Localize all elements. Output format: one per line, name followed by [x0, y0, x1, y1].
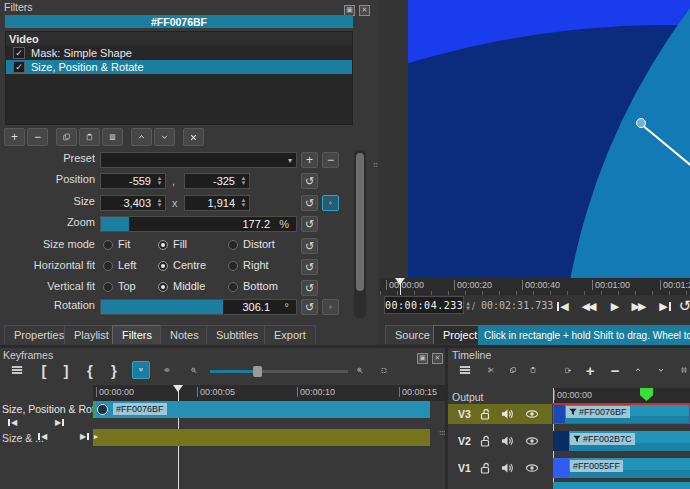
rotation-handle-dot[interactable] [636, 118, 646, 128]
radio-fit[interactable]: Fit [103, 238, 130, 250]
spinner-arrows-icon[interactable]: ▲▼ [466, 300, 470, 310]
eye-icon[interactable] [525, 435, 539, 447]
timeline-clip-v3[interactable]: #FF0076BF [553, 404, 690, 424]
set-second-keyframe-button[interactable]: } [106, 361, 122, 379]
loop-button[interactable]: ↺ [674, 296, 690, 316]
radio-fill[interactable]: Fill [158, 238, 187, 250]
set-first-keyframe-button[interactable]: { [82, 361, 98, 379]
filter-trim-start-handle[interactable] [93, 401, 96, 418]
tab-filters[interactable]: Filters [112, 325, 162, 344]
add-track-button[interactable]: + [580, 361, 600, 379]
save-preset-button[interactable]: + [301, 152, 318, 168]
zoom-out-button[interactable] [184, 361, 204, 379]
timeline-clip-v1[interactable]: #FF0055FF [553, 458, 690, 478]
rewind-button[interactable]: ◀◀ [577, 296, 599, 316]
lock-open-icon[interactable] [480, 462, 491, 474]
keyframes-track1-clip[interactable]: #FF0076BF [93, 401, 430, 418]
move-track-down-button[interactable] [651, 361, 671, 379]
slider-thumb[interactable] [253, 366, 262, 377]
size-width-field[interactable]: 3,403▲▼ [100, 195, 166, 211]
spinner-arrows-icon[interactable]: ▲▼ [154, 198, 165, 208]
position-x-field[interactable]: -559▲▼ [100, 173, 166, 189]
tab-notes[interactable]: Notes [160, 325, 209, 344]
lock-open-icon[interactable] [480, 435, 491, 447]
fast-forward-button[interactable]: ▶▶ [627, 296, 649, 316]
tab-playlist[interactable]: Playlist [64, 325, 119, 344]
set-filter-end-button[interactable]: ] [58, 361, 74, 379]
track2-keyframes-button[interactable] [52, 430, 66, 444]
set-filter-start-button[interactable]: [ [36, 361, 52, 379]
zoom-slider[interactable]: 177.2 % [100, 216, 297, 232]
spinner-arrows-icon[interactable]: ▲▼ [154, 176, 165, 186]
keyframes-zoom-slider[interactable] [210, 370, 348, 373]
reset-horizontal-fit-button[interactable]: ↺ [301, 259, 318, 275]
spinner-arrows-icon[interactable]: ▲▼ [238, 198, 249, 208]
track-header-v1[interactable]: V1 [448, 458, 552, 478]
spinner-arrows-icon[interactable]: ▲▼ [238, 176, 249, 186]
reset-vertical-fit-button[interactable]: ↺ [301, 280, 318, 296]
next-keyframe-button[interactable]: ▶ [80, 432, 89, 441]
rotation-keyframes-button[interactable] [322, 299, 339, 315]
keyframes-ruler[interactable]: 00:00:00 00:00:05 00:00:10 00:00:15 [93, 385, 445, 401]
speaker-icon[interactable] [501, 435, 514, 447]
zoom-fit-button[interactable] [374, 361, 394, 379]
reset-position-button[interactable]: ↺ [301, 173, 318, 189]
timeline-ruler[interactable]: 00:00:00 [553, 388, 690, 403]
video-preview[interactable] [408, 0, 690, 278]
keyframe-marker-icon[interactable]: ▸ [94, 432, 98, 441]
radio-bottom[interactable]: Bottom [228, 280, 278, 292]
delete-preset-button[interactable]: − [322, 152, 339, 168]
prev-keyframe-button[interactable]: ◀ [8, 418, 17, 427]
radio-right[interactable]: Right [228, 259, 269, 271]
clip-fade-segment[interactable] [553, 458, 569, 478]
timeline-playhead-grabber[interactable] [640, 388, 653, 401]
skip-to-start-button[interactable]: ◀ [552, 296, 574, 316]
timeline-clip-v2[interactable]: #FF002B7C [553, 431, 690, 451]
scrollbar-thumb[interactable] [356, 153, 364, 291]
cut-button[interactable] [481, 361, 501, 379]
play-button[interactable]: ▶ [604, 296, 626, 316]
reset-size-mode-button[interactable]: ↺ [301, 238, 318, 254]
tab-source[interactable]: Source [385, 325, 440, 344]
clip-fade-segment[interactable] [553, 431, 569, 451]
skip-to-end-button[interactable]: ▶ [654, 296, 676, 316]
snap-toggle-button[interactable] [132, 361, 150, 379]
size-keyframes-button[interactable] [322, 195, 339, 211]
track-header-v2[interactable]: V2 [448, 431, 552, 451]
radio-left[interactable]: Left [103, 259, 136, 271]
radio-middle[interactable]: Middle [158, 280, 205, 292]
reset-size-button[interactable]: ↺ [301, 195, 318, 211]
radio-top[interactable]: Top [103, 280, 136, 292]
position-y-field[interactable]: -325▲▼ [184, 173, 250, 189]
split-button[interactable] [674, 361, 690, 379]
reset-rotation-button[interactable]: ↺ [301, 299, 318, 315]
paste-button[interactable] [523, 361, 543, 379]
prev-keyframe-button[interactable]: ◀ [38, 432, 47, 441]
copy-button[interactable] [503, 361, 523, 379]
track-header-v3[interactable]: V3 [448, 404, 552, 424]
timeline-menu-button[interactable] [452, 361, 478, 379]
speaker-icon[interactable] [501, 408, 514, 420]
current-time-field[interactable]: 00:00:04.233▲▼ [384, 296, 464, 314]
tab-export[interactable]: Export [264, 325, 316, 344]
delete-keyframe-button[interactable] [66, 430, 80, 444]
eye-icon[interactable] [525, 408, 539, 420]
size-height-field[interactable]: 1,914▲▼ [184, 195, 250, 211]
radio-distort[interactable]: Distort [228, 238, 275, 250]
rotation-slider[interactable]: 306.1 ° [100, 299, 297, 315]
filters-scrollbar[interactable] [354, 150, 366, 318]
eye-icon[interactable] [525, 462, 539, 474]
lock-open-icon[interactable] [480, 408, 491, 420]
reset-zoom-button[interactable]: ↺ [301, 216, 318, 232]
tab-subtitles[interactable]: Subtitles [206, 325, 268, 344]
player-ruler[interactable]: 00:00:00 00:00:20 00:00:40 00:01:00 00:0… [380, 278, 690, 295]
preset-select[interactable]: ▾ [100, 152, 297, 168]
clip-fade-segment[interactable] [554, 405, 565, 423]
keyframes-menu-button[interactable] [4, 361, 30, 379]
radio-centre[interactable]: Centre [158, 259, 206, 271]
remove-track-button[interactable]: − [605, 361, 625, 379]
move-track-up-button[interactable] [628, 361, 648, 379]
keyframe-dot-icon[interactable] [97, 404, 108, 415]
append-button[interactable] [558, 361, 578, 379]
keyframes-track2-bar[interactable]: ▸ [93, 429, 430, 446]
